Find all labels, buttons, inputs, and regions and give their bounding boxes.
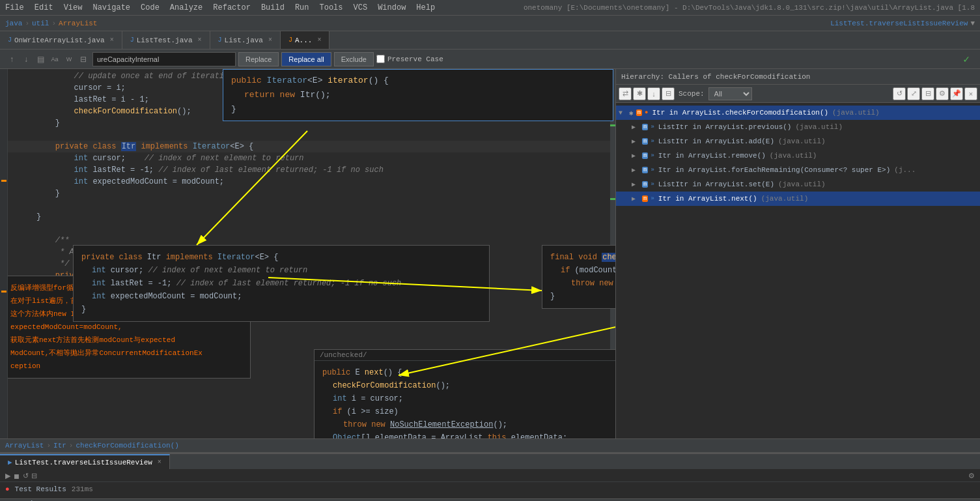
popup-line: } bbox=[550, 290, 615, 303]
bc-itr[interactable]: Itr bbox=[53, 442, 66, 450]
menu-navigate[interactable]: Navigate bbox=[92, 3, 130, 12]
tab-close-0[interactable]: × bbox=[110, 36, 114, 44]
tab-icon-0: J bbox=[8, 36, 12, 44]
tree-text-1: ListItr in ArrayList.previous() bbox=[658, 123, 792, 131]
asterisk-icon: ✱ bbox=[629, 109, 634, 117]
tab-onwritearraylist[interactable]: J OnWriteArrayList.java × bbox=[0, 31, 122, 49]
panel-btn-3[interactable]: ↓ bbox=[647, 87, 660, 100]
scroll-mark-orange2 bbox=[1, 291, 7, 293]
menu-code[interactable]: Code bbox=[141, 3, 160, 12]
tree-item-3[interactable]: ▶ m » Itr in ArrayList.remove() (java.ut… bbox=[616, 149, 980, 163]
tab-close-2[interactable]: × bbox=[268, 36, 272, 44]
scope-select[interactable]: All Project Module bbox=[708, 87, 752, 100]
test-filter-button[interactable]: ⊟ bbox=[31, 472, 37, 480]
panel-close[interactable]: × bbox=[964, 87, 977, 100]
popup-next: /unchecked/ public E next() { checkForCo… bbox=[314, 349, 615, 438]
tab-bar: J OnWriteArrayList.java × J ListTest.jav… bbox=[0, 31, 980, 50]
bc-arraylist[interactable]: ArrayList bbox=[5, 442, 44, 450]
panel-btn-2[interactable]: ✱ bbox=[633, 87, 646, 100]
search-prev-button[interactable]: ↑ bbox=[5, 53, 18, 66]
search-list-button[interactable]: ▤ bbox=[34, 53, 47, 66]
search-next-button[interactable]: ↓ bbox=[20, 53, 33, 66]
method-icon-0: m bbox=[636, 109, 642, 116]
popup-iterator: public Iterator<E> iterator() { return n… bbox=[223, 69, 613, 121]
tree-text-6: Itr in ArrayList.next() bbox=[658, 195, 757, 203]
panel-pin[interactable]: 📌 bbox=[950, 87, 963, 100]
breadcrumb-right-link[interactable]: ListTest.traverseListIssueReview bbox=[830, 20, 968, 27]
popup-line: int i = cursor; bbox=[322, 392, 615, 405]
popup-line: final void checkForComodification() { bbox=[550, 251, 615, 264]
method-icon-1: m bbox=[642, 124, 648, 130]
code-line: int expectedModCount = modCount; bbox=[8, 176, 615, 188]
menu-help[interactable]: Help bbox=[416, 3, 435, 12]
panel-btn-4[interactable]: ⊟ bbox=[662, 87, 675, 100]
tree-item-5[interactable]: ▶ m » ListItr in ArrayList.set(E) (java.… bbox=[616, 177, 980, 192]
tab-listtest[interactable]: J ListTest.java × bbox=[122, 31, 210, 49]
exclude-button[interactable]: Exclude bbox=[334, 52, 374, 66]
subitem-icon-6: » bbox=[651, 195, 654, 202]
expand-icon: ▼ bbox=[970, 20, 975, 27]
code-line bbox=[8, 129, 615, 141]
menu-run[interactable]: Run bbox=[295, 3, 309, 12]
menu-vcs[interactable]: VCS bbox=[354, 3, 368, 12]
menu-file[interactable]: File bbox=[5, 3, 24, 12]
preserve-case-checkbox[interactable] bbox=[376, 55, 385, 63]
tree-item-1[interactable]: ▶ m » ListItr in ArrayList.previous() (j… bbox=[616, 120, 980, 134]
find-input[interactable] bbox=[92, 52, 236, 66]
popup-itr-class: private class Itr implements Iterator<E>… bbox=[73, 245, 490, 322]
preserve-case-label[interactable]: Preserve Case bbox=[376, 55, 443, 63]
tree-area[interactable]: ▼ ✱ m ● Itr in ArrayList.checkForComodif… bbox=[616, 103, 980, 438]
code-editor[interactable]: // update once at end of iteration to re… bbox=[8, 69, 615, 438]
panel-expand[interactable]: ⤢ bbox=[907, 87, 920, 100]
test-stop-button[interactable]: ⏹ bbox=[13, 472, 20, 480]
tree-subtext-1: (java.util) bbox=[795, 123, 843, 131]
bottom-tab-listtest[interactable]: ▶ ListTest.traverseListIssueReview × bbox=[0, 454, 170, 469]
search-case-button[interactable]: Aa bbox=[48, 53, 61, 66]
menu-refactor[interactable]: Refactor bbox=[213, 3, 251, 12]
menu-edit[interactable]: Edit bbox=[35, 3, 53, 12]
menu-window[interactable]: Window bbox=[378, 3, 406, 12]
tab-list[interactable]: J List.java × bbox=[210, 31, 281, 49]
breadcrumb-item-util[interactable]: util bbox=[32, 20, 49, 27]
popup-line: Object[] elementData = ArrayList.this.el… bbox=[322, 431, 615, 438]
popup-header: /unchecked/ bbox=[315, 350, 615, 361]
code-line bbox=[8, 199, 615, 211]
bottom-tab-close[interactable]: × bbox=[158, 459, 161, 466]
subitem-icon-4: » bbox=[651, 167, 654, 173]
panel-header: Hierarchy: Callers of checkForComodifica… bbox=[616, 69, 980, 85]
panel-refresh[interactable]: ↺ bbox=[893, 87, 906, 100]
method-icon-2: m bbox=[642, 138, 648, 145]
tree-item-4[interactable]: ▶ m » Itr in ArrayList.forEachRemaining(… bbox=[616, 163, 980, 177]
tab-arraylist[interactable]: J A... × bbox=[281, 31, 329, 49]
search-word-button[interactable]: W bbox=[63, 53, 76, 66]
menu-view[interactable]: View bbox=[64, 3, 83, 12]
right-panel-hierarchy: Hierarchy: Callers of checkForComodifica… bbox=[615, 69, 980, 438]
test-panel: ▶ ListTest.traverseListIssueReview × ▶ ⏹… bbox=[0, 453, 980, 498]
scroll-mark bbox=[610, 124, 615, 126]
tree-item-0[interactable]: ▼ ✱ m ● Itr in ArrayList.checkForComodif… bbox=[616, 106, 980, 120]
popup-line: private class Itr implements Iterator<E>… bbox=[81, 251, 481, 264]
test-settings-button[interactable]: ⚙ bbox=[968, 472, 975, 480]
breadcrumb-item-java[interactable]: java bbox=[5, 20, 22, 27]
code-line: int cursor; // index of next element to … bbox=[8, 152, 615, 164]
menu-analyze[interactable]: Analyze bbox=[170, 3, 203, 12]
replace-all-button[interactable]: Replace all bbox=[281, 52, 331, 66]
panel-collapse[interactable]: ⊟ bbox=[921, 87, 934, 100]
replace-button[interactable]: Replace bbox=[238, 52, 279, 66]
panel-settings[interactable]: ⚙ bbox=[936, 87, 949, 100]
tree-item-2[interactable]: ▶ m » ListItr in ArrayList.add(E) (java.… bbox=[616, 134, 980, 149]
test-run-button[interactable]: ▶ bbox=[5, 472, 10, 480]
bc-checkforcomod[interactable]: checkForComodification() bbox=[76, 442, 178, 450]
tab-close-1[interactable]: × bbox=[198, 36, 202, 44]
tree-item-6[interactable]: ▶ m » Itr in ArrayList.next() (java.util… bbox=[616, 192, 980, 206]
check-mark-icon: ✓ bbox=[963, 53, 970, 66]
panel-btn-1[interactable]: ⇄ bbox=[619, 87, 632, 100]
menu-build[interactable]: Build bbox=[261, 3, 285, 12]
test-rerun-button[interactable]: ↺ bbox=[23, 472, 29, 480]
search-filter-button[interactable]: ⊟ bbox=[77, 53, 90, 66]
menu-tools[interactable]: Tools bbox=[320, 3, 343, 12]
bottom-tab-label: ListTest.traverseListIssueReview bbox=[15, 459, 152, 466]
tab-close-3[interactable]: × bbox=[317, 36, 321, 44]
popup-line: if (i >= size) bbox=[322, 405, 615, 418]
breadcrumb-item-arraylist[interactable]: ArrayList bbox=[59, 20, 97, 27]
